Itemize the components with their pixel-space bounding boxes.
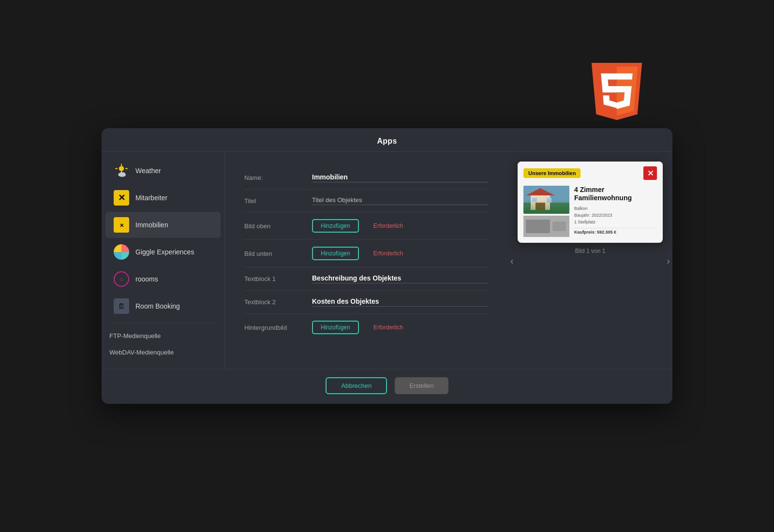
sidebar-item-giggle[interactable]: Giggle Experiences: [105, 239, 221, 265]
preview-card: Unsere Immobilien ✕: [518, 162, 663, 243]
preview-price: Kaufpreis: 592.305 €: [574, 228, 657, 235]
form-label-bild-oben: Bild oben: [244, 222, 302, 230]
form-label-textblock2: Textblock 2: [244, 298, 302, 306]
form-value-name: Immobilien: [312, 173, 489, 182]
sidebar-item-mitarbeiter-label: Mitarbeiter: [135, 194, 167, 202]
sidebar-item-weather[interactable]: Weather: [105, 158, 221, 184]
sidebar-item-mitarbeiter[interactable]: ✕ Mitarbeiter: [105, 185, 221, 211]
form-label-titel: Titel: [244, 197, 302, 205]
form-value-titel: Titel des Objektes: [312, 196, 489, 205]
sidebar-item-ftp-label: FTP-Medienquelle: [109, 332, 161, 340]
sidebar: Weather ✕ Mitarbeiter ✕: [102, 152, 225, 369]
svg-point-8: [119, 174, 126, 177]
svg-rect-16: [547, 198, 551, 203]
hintergrundbild-add-button[interactable]: Hinzufügen: [312, 321, 359, 334]
form-row-bild-unten: Bild unten Hinzufügen Erforderlich: [244, 240, 489, 267]
svg-rect-15: [536, 203, 545, 210]
svg-text:✕: ✕: [119, 222, 124, 228]
preview-images: [523, 186, 569, 237]
form-row-textblock2: Textblock 2 Kosten des Objektes: [244, 291, 489, 314]
preview-area: ‹ Unsere Immobilien ✕: [508, 152, 672, 369]
bild-oben-required: Erforderlich: [373, 222, 403, 229]
preview-title: 4 ZimmerFamilienwohnung: [574, 186, 657, 202]
form-value-textblock1: Beschreibung des Objektes: [312, 274, 489, 283]
cancel-button[interactable]: Abbrechen: [326, 377, 387, 394]
form-value-textblock2: Kosten des Objektes: [312, 297, 489, 307]
svg-rect-17: [532, 198, 537, 202]
svg-rect-20: [552, 222, 566, 231]
modal-title: Apps: [377, 137, 397, 145]
sidebar-item-ftp[interactable]: FTP-Medienquelle: [102, 327, 224, 344]
preview-nav-left[interactable]: ‹: [508, 250, 516, 271]
bild-unten-add-button[interactable]: Hinzufügen: [312, 247, 359, 260]
main-content: Name: Immobilien Titel Titel des Objekte…: [225, 152, 508, 369]
preview-counter: Bild 1 von 1: [575, 248, 606, 254]
html5-logo: [590, 63, 643, 121]
modal-body: Weather ✕ Mitarbeiter ✕: [102, 152, 672, 369]
preview-card-text: 4 ZimmerFamilienwohnung BalkonBaujahr: 2…: [574, 186, 657, 237]
create-button[interactable]: Erstellen: [395, 377, 448, 394]
form-row-name: Name: Immobilien: [244, 166, 489, 190]
preview-badge: Unsere Immobilien: [523, 168, 580, 178]
sidebar-item-weather-label: Weather: [135, 167, 161, 175]
preview-card-body: 4 ZimmerFamilienwohnung BalkonBaujahr: 2…: [518, 183, 663, 243]
preview-details: BalkonBaujahr: 2022/20231 Stellplatz: [574, 205, 657, 226]
svg-rect-19: [526, 220, 550, 233]
sidebar-item-immobilien[interactable]: ✕ Immobilien: [105, 212, 221, 238]
modal-header: Apps: [102, 128, 672, 152]
sidebar-item-webdav[interactable]: WebDAV-Medienquelle: [102, 344, 224, 360]
form-label-bild-unten: Bild unten: [244, 250, 302, 257]
svg-rect-12: [523, 203, 569, 214]
mitarbeiter-icon: ✕: [113, 190, 130, 206]
form-row-titel: Titel Titel des Objektes: [244, 190, 489, 212]
immobilien-icon: ✕: [113, 217, 130, 233]
sidebar-item-roooms[interactable]: ○ roooms: [105, 266, 221, 292]
preview-image-bottom: [523, 216, 569, 237]
form-row-hintergrundbild: Hintergrundbild Hinzufügen Erforderlich: [244, 314, 489, 341]
sidebar-item-immobilien-label: Immobilien: [135, 221, 168, 229]
preview-close-icon: ✕: [643, 166, 657, 180]
svg-rect-11: [523, 186, 569, 214]
form-label-hintergrundbild: Hintergrundbild: [244, 324, 302, 331]
giggle-icon: [113, 244, 130, 260]
form-section: Name: Immobilien Titel Titel des Objekte…: [244, 166, 489, 341]
roooms-icon: ○: [113, 271, 130, 287]
sidebar-item-roooms-label: roooms: [135, 275, 158, 283]
svg-rect-13: [531, 195, 550, 210]
apps-modal: Apps: [102, 128, 672, 404]
weather-icon: [113, 163, 130, 179]
bild-oben-add-button[interactable]: Hinzufügen: [312, 219, 359, 233]
sidebar-item-roombooking[interactable]: 🗓 Room Booking: [105, 293, 221, 319]
preview-image-top: [523, 186, 569, 214]
modal-footer: Abbrechen Erstellen: [102, 369, 672, 404]
form-row-bild-oben: Bild oben Hinzufügen Erforderlich: [244, 212, 489, 240]
form-label-textblock1: Textblock 1: [244, 275, 302, 282]
sidebar-item-roombooking-label: Room Booking: [135, 302, 180, 310]
sidebar-item-giggle-label: Giggle Experiences: [135, 248, 194, 256]
sidebar-divider: [109, 323, 217, 324]
svg-point-0: [119, 166, 124, 171]
hintergrundbild-required: Erforderlich: [373, 324, 403, 331]
preview-nav-right[interactable]: ›: [664, 250, 672, 271]
sidebar-item-webdav-label: WebDAV-Medienquelle: [109, 349, 174, 356]
form-row-textblock1: Textblock 1 Beschreibung des Objektes: [244, 267, 489, 291]
preview-card-header: Unsere Immobilien ✕: [518, 162, 663, 183]
form-label-name: Name:: [244, 174, 302, 181]
bild-unten-required: Erforderlich: [373, 250, 403, 257]
roombooking-icon: 🗓: [113, 298, 130, 314]
